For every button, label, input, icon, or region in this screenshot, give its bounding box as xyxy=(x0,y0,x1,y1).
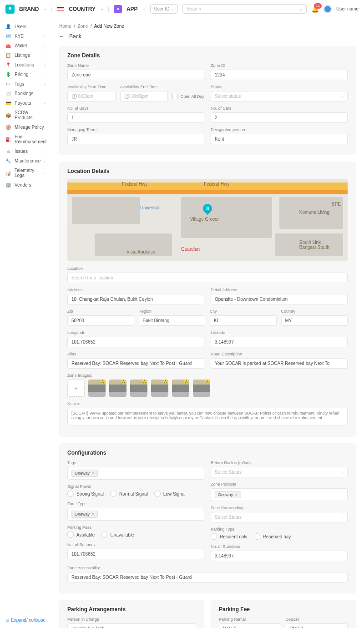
sidebar-item-kyc[interactable]: 🪪KYC⌵ xyxy=(0,31,51,41)
standees-input[interactable]: 3.148997 xyxy=(211,551,348,561)
sidebar-icon: 🏷 xyxy=(5,81,11,86)
chevron-down-icon[interactable]: ⌵ xyxy=(44,7,46,11)
arrow-left-icon: ← xyxy=(59,33,65,40)
app-label[interactable]: APP xyxy=(126,6,138,12)
zone-image-thumb[interactable] xyxy=(172,380,189,397)
back-button[interactable]: ← Back xyxy=(59,33,356,40)
road-desc-input[interactable]: Your SOCAR is parked at SOCAR Reserved b… xyxy=(211,358,348,369)
avail-end-input[interactable]: 🕐 10:00pm xyxy=(120,91,168,101)
chevron-down-icon: ⌵ xyxy=(44,44,46,48)
parking-fee-card: Parking Fee Parking RentalRM 50 DepositR… xyxy=(211,600,356,628)
configurations-card: Configurations Tags Oneway✕ Signal Power… xyxy=(59,443,356,593)
sidebar-icon: 💲 xyxy=(5,72,11,77)
sidebar-item-vendors[interactable]: 🏢Vendors xyxy=(0,180,51,190)
zone-id-input[interactable]: 1234 xyxy=(211,70,348,80)
search-icon: ⌕ xyxy=(300,7,303,12)
country-input[interactable]: MY xyxy=(281,315,348,326)
zone-image-thumb[interactable] xyxy=(109,380,126,397)
status-select[interactable]: Select status xyxy=(211,91,348,101)
breadcrumb: Home / Zone / Add New Zone xyxy=(59,24,356,29)
city-input[interactable]: KL xyxy=(210,315,277,326)
sidebar-item-users[interactable]: 👤Users xyxy=(0,22,51,31)
sidebar-item-scdw-products[interactable]: 📦SCDW Products xyxy=(0,108,51,122)
map-view[interactable]: Federal Hwy Federal Hwy Universiti Villa… xyxy=(67,179,348,261)
longitude-input[interactable]: 101.706652 xyxy=(67,337,204,347)
banners-input[interactable]: 101.706652 xyxy=(67,549,204,559)
zone-details-card: Zone Details Zone NameZone one Availabil… xyxy=(59,46,356,155)
expand-collapse-button[interactable]: ⇲ Expand/ collapse xyxy=(5,618,46,623)
chevron-down-icon: ⌵ xyxy=(44,82,46,86)
detail-address-input[interactable]: Opensite - Downtown Condominium xyxy=(211,294,348,304)
chevron-down-icon: ⌵ xyxy=(44,171,46,175)
crumb-current: Add New Zone xyxy=(94,24,124,29)
notice-textarea[interactable]: [SOCAR] We've updated our reimbursement … xyxy=(67,408,348,426)
sidebar-icon: 💳 xyxy=(5,101,11,106)
sidebar-item-mileage-policy[interactable]: 🛞Mileage Policy xyxy=(0,122,51,132)
avail-start-input[interactable]: 🕐 8:00am xyxy=(67,91,116,101)
brand-label[interactable]: BRAND xyxy=(19,6,39,12)
sidebar-item-telemetry-logs[interactable]: 📊Telemetry Logs⌵ xyxy=(0,166,51,180)
zone-image-thumb[interactable] xyxy=(151,380,168,397)
sidebar-item-fuel-reimbursement[interactable]: ⛽Fuel Reimbursement xyxy=(0,132,51,147)
username-label[interactable]: User name xyxy=(336,6,359,11)
location-search-input[interactable]: Search for a location xyxy=(67,273,348,283)
region-input[interactable]: Bukit Bintang xyxy=(139,315,206,326)
team-input[interactable]: JR xyxy=(67,134,204,144)
zone-surrounding-select[interactable]: Select Status xyxy=(211,512,348,522)
zone-type-input[interactable]: Oneway✕ xyxy=(67,508,204,521)
cars-input[interactable]: 2 xyxy=(211,112,348,123)
chevron-down-icon: ⌵ xyxy=(44,73,46,76)
card-title: Configurations xyxy=(67,450,348,456)
chevron-down-icon[interactable]: ⌵ xyxy=(101,7,103,11)
sidebar-item-bookings[interactable]: 📑Bookings xyxy=(0,89,51,98)
chevron-down-icon: ⌵ xyxy=(44,150,46,153)
address-input[interactable]: 10, Changkat Raja Chulan, Bukit Ceylon xyxy=(67,294,204,304)
signal-power-radios[interactable]: Strong Signal Normal Signal Low Signal xyxy=(67,491,204,497)
chevron-down-icon: ⌵ xyxy=(44,159,46,163)
zone-image-thumb[interactable] xyxy=(88,380,106,397)
zone-image-thumb[interactable] xyxy=(193,380,210,397)
sidebar-item-issues[interactable]: ⚠Issues⌵ xyxy=(0,147,51,156)
sidebar-icon: 📊 xyxy=(5,171,11,176)
sidebar-icon: ⛽ xyxy=(5,137,11,142)
card-title: Parking Fee xyxy=(219,606,348,613)
zone-purpose-input[interactable]: Oneway✕ xyxy=(211,488,348,501)
sidebar-item-payouts[interactable]: 💳Payouts⌵ xyxy=(0,98,51,108)
crumb-home[interactable]: Home xyxy=(59,24,71,29)
user-id-select[interactable]: User ID ⌵ xyxy=(150,4,178,14)
parking-pass-radios[interactable]: Available Unavailable xyxy=(67,532,204,538)
open-all-day-checkbox[interactable]: Open All Day xyxy=(172,94,204,99)
notifications-bell[interactable]: 🔔11 xyxy=(311,5,319,13)
zip-input[interactable]: 50200 xyxy=(67,315,134,326)
sidebar-item-maintenance[interactable]: 🔧Maintenance⌵ xyxy=(0,156,51,166)
accessibility-input[interactable]: Reserved Bay: SOCAR Reserved bay Next To… xyxy=(67,572,348,582)
sidebar-item-pricing[interactable]: 💲Pricing⌵ xyxy=(0,70,51,79)
chevron-down-icon[interactable]: ⌵ xyxy=(143,7,146,11)
crumb-zone[interactable]: Zone xyxy=(78,24,88,29)
user-avatar[interactable] xyxy=(324,5,332,13)
sidebar-item-tags[interactable]: 🏷Tags⌵ xyxy=(0,79,51,89)
sidebar-item-wallet[interactable]: 👛Wallet⌵ xyxy=(0,41,51,51)
bays-input[interactable]: 1 xyxy=(67,112,204,123)
card-title: Location Details xyxy=(67,168,348,174)
rental-input[interactable]: RM 50 xyxy=(219,623,281,628)
sidebar-item-locations[interactable]: 📍Locations⌵ xyxy=(0,60,51,70)
add-image-button[interactable]: + xyxy=(67,380,85,397)
brand-logo xyxy=(5,5,15,14)
alias-input[interactable]: Reserved Bay: SOCAR Reserved bay Next To… xyxy=(67,358,204,369)
latitude-input[interactable]: 3.148997 xyxy=(211,337,348,347)
parking-type-radios[interactable]: Resident only Reserved bay xyxy=(211,533,348,540)
person-input[interactable]: Kent xyxy=(211,134,348,144)
pic-input[interactable]: Hashim bin Talib xyxy=(67,623,196,628)
deposit-input[interactable]: RM 50 xyxy=(286,623,348,628)
zone-name-input[interactable]: Zone one xyxy=(67,70,204,80)
sidebar-item-listings[interactable]: 📋Listings⌵ xyxy=(0,51,51,60)
top-header: BRAND ⌵ | COUNTRY ⌵ | ✕ APP ⌵ User ID ⌵ … xyxy=(0,0,364,18)
return-radius-select[interactable]: Select Status xyxy=(211,467,348,477)
tags-input[interactable]: Oneway✕ xyxy=(67,467,204,480)
search-input[interactable]: Search⌕ xyxy=(182,4,307,14)
country-label[interactable]: COUNTRY xyxy=(69,6,96,12)
zone-image-thumb[interactable] xyxy=(130,380,147,397)
chevron-down-icon: ⌵ xyxy=(44,101,46,105)
flag-icon xyxy=(57,7,64,11)
